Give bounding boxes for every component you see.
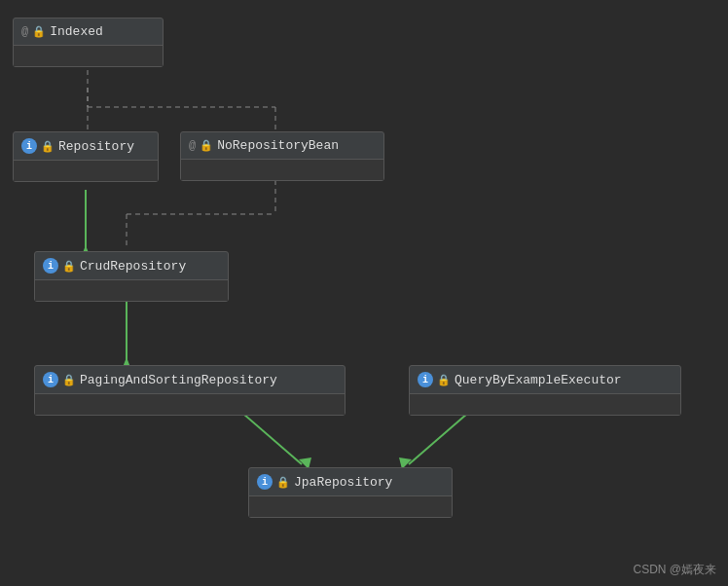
node-pagingandsortingrepository: i 🔒 PagingAndSortingRepository bbox=[34, 365, 346, 416]
label-crudrepository: CrudRepository bbox=[80, 259, 186, 274]
label-repository: Repository bbox=[58, 139, 134, 154]
body-pagingandsortingrepository bbox=[35, 393, 345, 415]
body-jparepository bbox=[249, 495, 452, 517]
label-pagingandsortingrepository: PagingAndSortingRepository bbox=[80, 373, 277, 387]
node-jparepository: i 🔒 JpaRepository bbox=[248, 467, 453, 518]
badge-i-repository: i bbox=[21, 138, 37, 154]
node-indexed: @ 🔒 Indexed bbox=[13, 18, 164, 67]
body-indexed bbox=[14, 45, 163, 66]
lock-norepositorybean: 🔒 bbox=[200, 139, 213, 152]
body-querybyexampleexecutor bbox=[410, 393, 680, 415]
label-indexed: Indexed bbox=[50, 24, 103, 39]
lock-pagingandsortingrepository: 🔒 bbox=[62, 374, 76, 386]
badge-i-jparepository: i bbox=[257, 474, 273, 490]
body-norepositorybean bbox=[181, 159, 383, 180]
diagram-container: @ 🔒 Indexed i 🔒 Repository @ 🔒 NoReposit… bbox=[0, 0, 728, 586]
svg-line-14 bbox=[409, 414, 467, 464]
svg-line-12 bbox=[243, 414, 302, 464]
badge-at-indexed: @ bbox=[21, 25, 28, 39]
node-norepositorybean: @ 🔒 NoRepositoryBean bbox=[180, 131, 384, 181]
lock-crudrepository: 🔒 bbox=[62, 260, 76, 273]
label-norepositorybean: NoRepositoryBean bbox=[217, 138, 339, 153]
lock-querybyexampleexecutor: 🔒 bbox=[437, 374, 451, 386]
lock-jparepository: 🔒 bbox=[276, 476, 290, 489]
label-jparepository: JpaRepository bbox=[294, 475, 392, 490]
badge-i-querybyexampleexecutor: i bbox=[418, 372, 433, 387]
watermark: CSDN @嫣夜来 bbox=[633, 562, 716, 578]
node-repository: i 🔒 Repository bbox=[13, 131, 159, 182]
badge-i-crudrepository: i bbox=[43, 258, 58, 274]
node-crudrepository: i 🔒 CrudRepository bbox=[34, 251, 229, 302]
badge-at-norepositorybean: @ bbox=[189, 139, 196, 153]
badge-i-pagingandsortingrepository: i bbox=[43, 372, 58, 387]
lock-indexed: 🔒 bbox=[32, 25, 46, 38]
body-crudrepository bbox=[35, 279, 228, 301]
node-querybyexampleexecutor: i 🔒 QueryByExampleExecutor bbox=[409, 365, 681, 416]
lock-repository: 🔒 bbox=[41, 140, 55, 153]
body-repository bbox=[14, 160, 158, 181]
label-querybyexampleexecutor: QueryByExampleExecutor bbox=[455, 373, 622, 387]
